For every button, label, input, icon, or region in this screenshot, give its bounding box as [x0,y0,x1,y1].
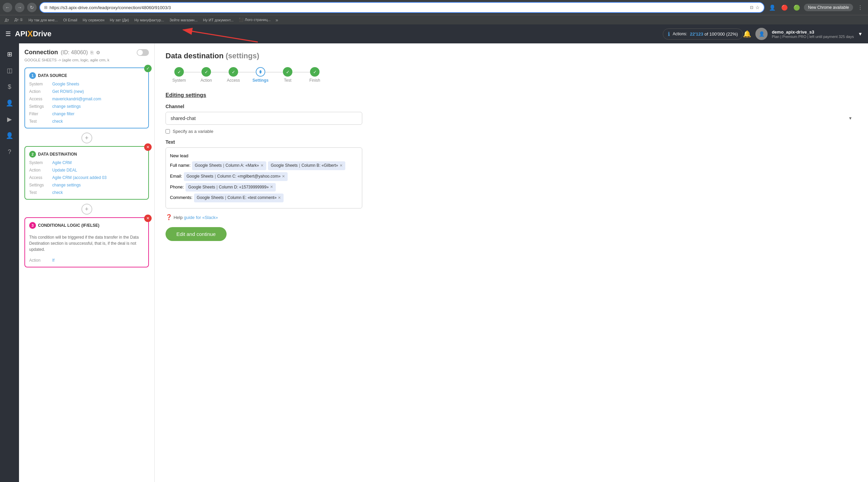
edit-continue-button[interactable]: Edit and continue [166,227,227,241]
tag-remove-c[interactable]: ✕ [282,173,285,180]
tag-pipe-a: | [223,162,224,169]
reload-button[interactable]: ↻ [27,3,37,12]
bookmark-7[interactable]: Ну мануфактур... [132,17,166,23]
block1-value-system[interactable]: Google Sheets [52,82,79,86]
add-button-2[interactable]: + [81,204,92,215]
block2-value-action[interactable]: Update DEAL [52,168,77,173]
tag-source-a: Google Sheets [195,162,221,169]
sidebar-item-profile[interactable]: 👤 [3,129,16,142]
bookmarks-overflow[interactable]: » [275,17,278,23]
step-access-circle: ✓ [229,67,238,77]
channel-select[interactable]: shared-chat [166,112,362,125]
tag-col-a[interactable]: Google Sheets | Column A: «Mark» ✕ [192,161,266,170]
tag-col-b[interactable]: Google Sheets | Column B: «Gilbert» ✕ [268,161,345,170]
step-settings[interactable]: Settings [247,67,274,83]
block1-value-action[interactable]: Get ROWS (new) [52,89,84,94]
block1-value-settings[interactable]: change settings [52,104,81,109]
forward-button[interactable]: → [15,3,24,12]
tag-pipe-b: | [299,162,300,169]
block3-number: 3 [29,222,36,229]
specify-variable-checkbox[interactable] [166,129,170,134]
block2-value-test[interactable]: check [52,190,63,195]
more-button[interactable]: ⋮ [855,2,865,13]
block3-row-action: Action If [29,258,144,263]
sidebar-item-billing[interactable]: $ [3,80,16,94]
actions-of: of 100'000 [705,32,725,37]
new-chrome-button[interactable]: New Chrome available [804,4,853,11]
help-link[interactable]: guide for «Slack» [184,215,218,220]
block2-value-access[interactable]: Agile CRM (account added 03 [52,175,107,180]
text-line-1: New lead [170,152,358,160]
tag-remove-e[interactable]: ✕ [278,195,281,201]
help-question-icon: ❓ [166,214,172,220]
tag-remove-b[interactable]: ✕ [340,162,343,169]
block1-value-filter[interactable]: change filter [52,112,74,116]
toggle[interactable] [137,49,149,56]
profile3-button[interactable]: 🟢 [792,2,802,13]
user-dropdown-arrow[interactable]: ▼ [858,31,863,37]
back-button[interactable]: ← [3,3,12,12]
address-icon: ⊞ [44,5,47,10]
bookmark-3[interactable]: Ну так для мне... [26,17,60,23]
bookmark-5[interactable]: Ну сервисен [81,17,107,23]
sidebar-item-play[interactable]: ▶ [3,113,16,126]
block3-delete[interactable]: ✕ [144,215,152,222]
add-button-1[interactable]: + [81,133,92,143]
block2-row-test: Test check [29,190,144,195]
bookmark-10[interactable]: ⬛ Лого страниц... [237,17,273,23]
hamburger-icon[interactable]: ☰ [5,30,11,38]
email-prefix: Email: [170,174,184,179]
bookmark-star-icon[interactable]: ☆ [755,5,760,10]
block2-value-system[interactable]: Agile CRM [52,160,72,165]
step-settings-dot [259,70,262,74]
user-info: demo_apix-drive_s3 Plan | Premium PRO | … [772,29,854,39]
sidebar-item-team[interactable]: 👤 [3,96,16,110]
tag-remove-d[interactable]: ✕ [270,184,273,190]
sidebar-item-help[interactable]: ? [3,145,16,159]
block2-value-settings[interactable]: change settings [52,183,81,187]
profile-button[interactable]: 👤 [767,2,777,13]
logo-drive: Drive [33,29,52,38]
sidebar-item-home[interactable]: ⊞ [3,47,16,61]
tag-col-d[interactable]: Google Sheets | Column D: «15739999999» … [186,183,276,192]
block2-row-settings: Settings change settings [29,183,144,187]
block1-row-test: Test check [29,119,144,124]
block1-label-filter: Filter [29,112,50,116]
tag-col-e[interactable]: Google Sheets | Column E: «test comment»… [194,194,284,202]
tag-remove-a[interactable]: ✕ [261,162,264,169]
bell-icon[interactable]: 🔔 [743,30,751,38]
block2-delete[interactable]: ✕ [144,143,152,151]
bookmark-1[interactable]: Дт [3,17,11,23]
url-input[interactable] [50,5,748,10]
copy-icon[interactable]: ⎘ [91,50,93,55]
settings-icon[interactable]: ⚙ [96,50,100,55]
bookmark-2[interactable]: Дт ① [13,17,25,23]
block2-row-action: Action Update DEAL [29,168,144,173]
logo: API X Drive [15,29,52,39]
bookmark-6[interactable]: Ну зат (Ди) [108,17,131,23]
actions-pct: (22%) [726,32,738,37]
bookmark-8[interactable]: Зейте магазин... [168,17,200,23]
profile2-button[interactable]: 🔴 [779,2,790,13]
block3-value-action[interactable]: If [52,258,55,263]
help-text: Help [174,215,183,220]
text-content-area[interactable]: New lead Full name: Google Sheets | Colu… [166,147,362,208]
block1-value-access[interactable]: maverickandrii@gmail.com [52,97,101,101]
step-finish-circle: ✓ [310,67,320,77]
sidebar-item-connections[interactable]: ◫ [3,64,16,77]
comments-prefix: Comments: [170,195,194,200]
tag-col-b-val: Column B: «Gilbert» [302,162,338,169]
tag-source-e: Google Sheets [197,194,224,202]
connection-title: Connection [24,49,58,56]
conditional-logic-block: 3 CONDITIONAL LOGIC (IF/ELSE) ✕ This con… [24,217,149,267]
text-line-3: Email: Google Sheets | Column C: «mgilbe… [170,172,358,181]
connection-id: (ID: 48060) [61,49,88,56]
bookmark-4[interactable]: Ol Email [61,17,79,23]
tag-col-c[interactable]: Google Sheets | Column C: «mgilbert@yaho… [184,172,288,181]
bookmark-9[interactable]: Ну ИТ документ... [201,17,236,23]
address-bar[interactable]: ⊞ ⊡ ☆ [39,2,765,13]
block1-value-test[interactable]: check [52,119,63,124]
block2-row-system: System Agile CRM [29,160,144,165]
tag-col-a-val: Column A: «Mark» [226,162,259,169]
tag-col-e-val: Column E: «test comment» [228,194,277,202]
